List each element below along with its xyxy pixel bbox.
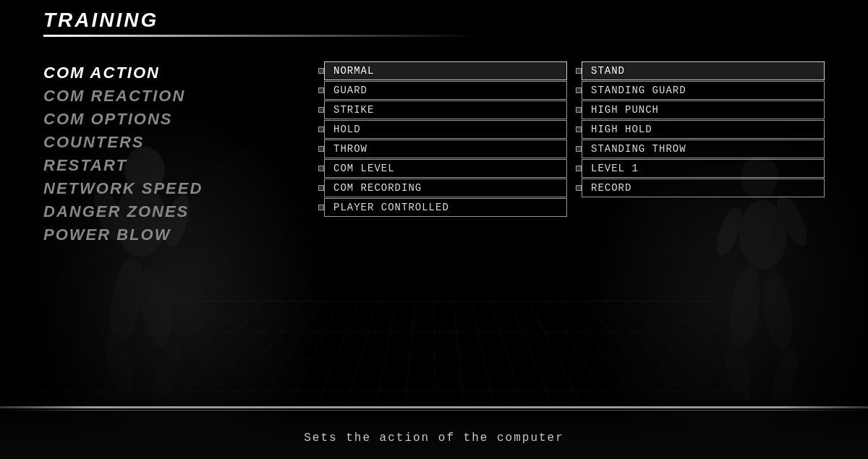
options-right-column: STANDSTANDING GUARDHIGH PUNCHHIGH HOLDST… bbox=[576, 61, 825, 246]
option-left-strike[interactable]: STRIKE bbox=[318, 100, 567, 119]
menu-item-label-com-options: COM OPTIONS bbox=[43, 110, 172, 128]
option-right-standing-guard[interactable]: STANDING GUARD bbox=[576, 81, 825, 100]
left-menu: COM ACTIONCOM REACTIONCOM OPTIONSCOUNTER… bbox=[43, 54, 318, 246]
bottom-bar bbox=[0, 406, 868, 408]
menu-item-label-danger-zones: DANGER ZONES bbox=[43, 202, 189, 220]
page-title: TRAINING bbox=[43, 9, 477, 32]
option-box-hold: HOLD bbox=[324, 120, 567, 139]
menu-item-label-counters: COUNTERS bbox=[43, 133, 144, 151]
menu-item-com-reaction[interactable]: COM REACTION bbox=[43, 85, 318, 108]
svg-point-14 bbox=[726, 264, 765, 351]
option-left-normal[interactable]: NORMAL bbox=[318, 61, 567, 80]
option-bullet-com-recording bbox=[318, 185, 324, 191]
option-left-throw[interactable]: THROW bbox=[318, 140, 567, 158]
bottom-line2 bbox=[0, 410, 868, 411]
option-left-guard[interactable]: GUARD bbox=[318, 81, 567, 100]
menu-item-label-restart: RESTART bbox=[43, 156, 127, 174]
menu-item-com-action[interactable]: COM ACTION bbox=[43, 61, 318, 85]
option-left-com-recording[interactable]: COM RECORDING bbox=[318, 179, 567, 197]
option-box-right-level-1: LEVEL 1 bbox=[582, 159, 825, 178]
main-content: COM ACTIONCOM REACTIONCOM OPTIONSCOUNTER… bbox=[0, 54, 868, 246]
menu-item-counters[interactable]: COUNTERS bbox=[43, 131, 318, 154]
menu-item-label-com-action: COM ACTION bbox=[43, 64, 160, 82]
option-bullet-right-high-punch bbox=[576, 107, 582, 113]
option-left-com-level[interactable]: COM LEVEL bbox=[318, 159, 567, 178]
option-box-com-level: COM LEVEL bbox=[324, 159, 567, 178]
options-left-column: NORMALGUARDSTRIKEHOLDTHROWCOM LEVELCOM R… bbox=[318, 61, 567, 246]
option-bullet-right-level-1 bbox=[576, 166, 582, 171]
menu-item-network-speed[interactable]: NETWORK SPEED bbox=[43, 177, 318, 200]
status-bar: Sets the action of the computer bbox=[0, 431, 868, 445]
title-area: TRAINING bbox=[43, 9, 477, 37]
menu-item-label-network-speed: NETWORK SPEED bbox=[43, 179, 203, 197]
option-box-com-recording: COM RECORDING bbox=[324, 179, 567, 197]
option-box-right-record: RECORD bbox=[582, 179, 825, 197]
svg-point-8 bbox=[94, 387, 130, 401]
option-bullet-right-record bbox=[576, 185, 582, 191]
svg-point-15 bbox=[760, 270, 796, 352]
option-box-guard: GUARD bbox=[324, 81, 567, 100]
option-right-high-punch[interactable]: HIGH PUNCH bbox=[576, 100, 825, 119]
option-box-strike: STRIKE bbox=[324, 100, 567, 119]
option-bullet-hold bbox=[318, 126, 324, 132]
menu-item-com-options[interactable]: COM OPTIONS bbox=[43, 108, 318, 131]
status-text: Sets the action of the computer bbox=[304, 432, 564, 445]
option-box-right-standing-throw: STANDING THROW bbox=[582, 140, 825, 158]
option-right-high-hold[interactable]: HIGH HOLD bbox=[576, 120, 825, 139]
option-bullet-com-level bbox=[318, 166, 324, 171]
option-right-stand[interactable]: STAND bbox=[576, 61, 825, 80]
option-left-hold[interactable]: HOLD bbox=[318, 120, 567, 139]
option-box-right-stand: STAND bbox=[582, 61, 825, 80]
menu-item-restart[interactable]: RESTART bbox=[43, 154, 318, 177]
option-bullet-player-controlled bbox=[318, 205, 324, 210]
options-area: NORMALGUARDSTRIKEHOLDTHROWCOM LEVELCOM R… bbox=[318, 54, 825, 246]
option-left-player-controlled[interactable]: PLAYER CONTROLLED bbox=[318, 198, 567, 217]
option-right-standing-throw[interactable]: STANDING THROW bbox=[576, 140, 825, 158]
svg-point-17 bbox=[766, 346, 803, 401]
option-bullet-right-standing-throw bbox=[576, 146, 582, 152]
option-box-normal: NORMAL bbox=[324, 61, 567, 80]
option-box-right-standing-guard: STANDING GUARD bbox=[582, 81, 825, 100]
title-underline bbox=[43, 35, 477, 37]
menu-item-power-blow[interactable]: POWER BLOW bbox=[43, 223, 318, 246]
option-bullet-right-high-hold bbox=[576, 126, 582, 132]
option-box-right-high-hold: HIGH HOLD bbox=[582, 120, 825, 139]
menu-item-label-power-blow: POWER BLOW bbox=[43, 226, 171, 244]
option-box-throw: THROW bbox=[324, 140, 567, 158]
option-bullet-throw bbox=[318, 146, 324, 152]
option-bullet-right-standing-guard bbox=[576, 87, 582, 93]
option-bullet-guard bbox=[318, 87, 324, 93]
menu-item-danger-zones[interactable]: DANGER ZONES bbox=[43, 200, 318, 223]
option-bullet-normal bbox=[318, 68, 324, 74]
option-right-level-1[interactable]: LEVEL 1 bbox=[576, 159, 825, 178]
option-bullet-right-stand bbox=[576, 68, 582, 74]
option-right-record[interactable]: RECORD bbox=[576, 179, 825, 197]
option-bullet-strike bbox=[318, 107, 324, 113]
option-box-right-high-punch: HIGH PUNCH bbox=[582, 100, 825, 119]
option-box-player-controlled: PLAYER CONTROLLED bbox=[324, 198, 567, 217]
menu-item-label-com-reaction: COM REACTION bbox=[43, 87, 185, 105]
